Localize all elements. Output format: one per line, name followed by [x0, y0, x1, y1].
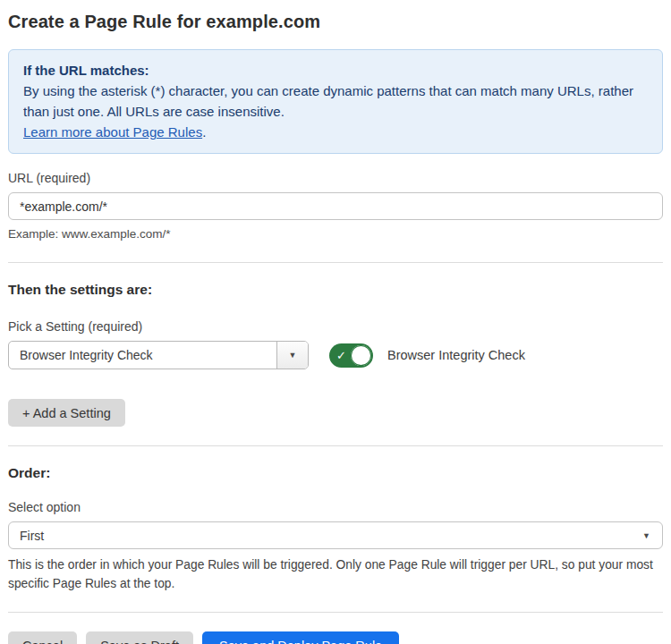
order-select-value: First	[20, 529, 44, 543]
order-help-text: This is the order in which your Page Rul…	[8, 555, 663, 593]
caret-down-icon: ▼	[642, 531, 650, 540]
page-title: Create a Page Rule for example.com	[8, 12, 663, 32]
add-setting-button[interactable]: + Add a Setting	[8, 399, 125, 427]
caret-down-icon: ▼	[289, 351, 297, 360]
learn-more-link[interactable]: Learn more about Page Rules	[23, 124, 202, 140]
toggle-wrap: ✓ Browser Integrity Check	[329, 343, 525, 368]
settings-section-heading: Then the settings are:	[8, 282, 663, 298]
setting-select-value: Browser Integrity Check	[9, 342, 277, 369]
info-box-link-line: Learn more about Page Rules.	[23, 122, 648, 142]
url-field-label: URL (required)	[8, 171, 663, 185]
url-input[interactable]	[8, 192, 663, 220]
order-select-label: Select option	[8, 500, 663, 514]
pick-setting-label: Pick a Setting (required)	[8, 319, 663, 334]
page-rule-form: Create a Page Rule for example.com If th…	[8, 0, 663, 644]
url-example-text: Example: www.example.com/*	[8, 225, 663, 243]
divider	[8, 612, 663, 613]
browser-integrity-toggle[interactable]: ✓	[329, 343, 373, 368]
toggle-knob	[351, 345, 371, 366]
link-suffix: .	[202, 124, 206, 140]
save-and-deploy-button[interactable]: Save and Deploy Page Rule	[202, 631, 399, 644]
setting-select-arrow-segment[interactable]: ▼	[277, 342, 308, 369]
info-box-body: By using the asterisk (*) character, you…	[23, 80, 648, 122]
save-as-draft-button[interactable]: Save as Draft	[86, 631, 193, 644]
footer-actions: Cancel Save as Draft Save and Deploy Pag…	[8, 631, 663, 644]
divider	[8, 445, 663, 446]
checkmark-icon: ✓	[336, 350, 346, 361]
cancel-button[interactable]: Cancel	[8, 631, 77, 644]
url-matches-info-box: If the URL matches: By using the asteris…	[8, 49, 663, 154]
setting-select[interactable]: Browser Integrity Check ▼	[8, 341, 309, 369]
order-section-heading: Order:	[8, 465, 663, 481]
toggle-label: Browser Integrity Check	[387, 348, 525, 362]
order-select[interactable]: First ▼	[8, 521, 663, 549]
setting-row: Browser Integrity Check ▼ ✓ Browser Inte…	[8, 341, 663, 369]
info-box-heading: If the URL matches:	[23, 60, 648, 80]
divider	[8, 262, 663, 263]
